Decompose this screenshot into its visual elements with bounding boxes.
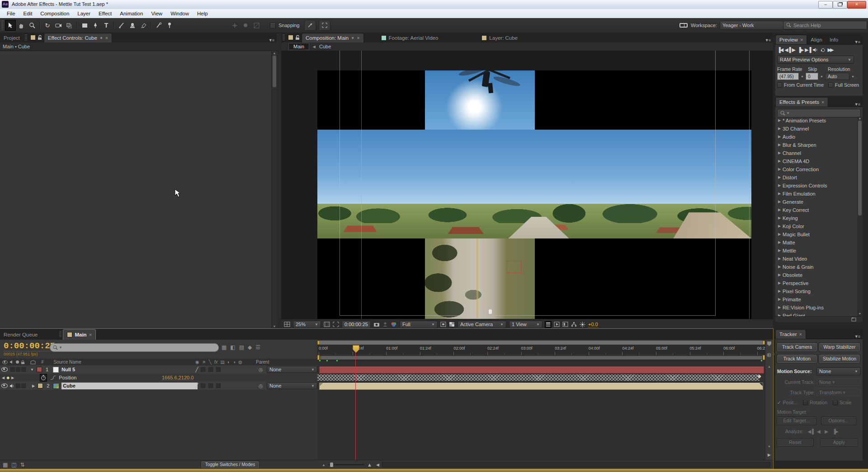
scrollbar-thumb[interactable]	[858, 121, 862, 215]
scroll-right-icon[interactable]: ▶	[765, 453, 773, 457]
snapping-checkbox[interactable]	[270, 23, 276, 28]
effects-category-row[interactable]: ▶Color Correction	[776, 165, 858, 173]
expand-triangle-icon[interactable]: ▶	[776, 216, 783, 220]
effects-category-row[interactable]: ▶Obsolete	[776, 271, 858, 279]
time-ruler[interactable]: 0:00f00:24f01:00f01:24f02:00f02:24f03:00…	[317, 345, 765, 355]
frame-rate-value[interactable]: (47.95)	[777, 73, 799, 80]
tab-info[interactable]: Info	[826, 35, 842, 44]
comp-marker-bin-icon[interactable]	[766, 341, 772, 346]
warp-stabilizer-button[interactable]: Warp Stabilizer	[819, 343, 860, 351]
type-tool[interactable]: T	[101, 20, 112, 31]
effects-category-row[interactable]: ▶Keying	[776, 214, 858, 222]
lock-cell[interactable]	[21, 383, 26, 388]
expand-triangle-icon[interactable]: ▶	[776, 208, 783, 212]
layer-name-selected[interactable]: Cube	[61, 383, 198, 389]
effects-category-row[interactable]: ▶Primatte	[776, 295, 858, 304]
preview-resolution-value[interactable]: Auto	[825, 73, 849, 80]
pen-tool[interactable]	[90, 20, 101, 31]
effects-scrollbar[interactable]: ▲ ▼	[857, 117, 863, 316]
effects-category-row[interactable]: ▶Perspective	[776, 279, 858, 287]
audio-speaker-icon[interactable]	[9, 384, 14, 388]
workspace-dropdown[interactable]: Yeager - Work▼	[720, 21, 793, 30]
restore-button[interactable]	[833, 1, 847, 9]
layer-row-cube[interactable]: ▶ 2 Cube ╱ ◎ None▼	[0, 382, 317, 390]
tab-effects-presets[interactable]: Effects & Presets×	[775, 97, 828, 107]
col-source-name[interactable]: Source Name	[54, 360, 81, 365]
tab-composition-main[interactable]: Composition: Main ▼ ×	[302, 33, 364, 42]
panel-gripper[interactable]	[25, 34, 27, 41]
layer-color-swatch[interactable]	[38, 383, 43, 388]
track-motion-button[interactable]: Track Motion	[777, 355, 817, 363]
selection-tool[interactable]	[5, 20, 16, 31]
switch-cell[interactable]	[216, 383, 221, 388]
tab-timeline-main[interactable]: Main ×	[63, 329, 96, 340]
effects-category-row[interactable]: ▶Key Correct	[776, 206, 858, 214]
full-screen-checkbox[interactable]	[828, 83, 833, 88]
tab-close-icon[interactable]: ×	[105, 35, 108, 41]
next-frame-button[interactable]: ▐▶	[797, 47, 803, 53]
collapse-triangle-icon[interactable]: ▶	[32, 384, 35, 388]
expand-triangle-icon[interactable]: ▶	[776, 175, 783, 179]
expand-triangle-icon[interactable]: ▶	[776, 126, 783, 131]
comp-label-swatch[interactable]	[288, 35, 293, 40]
menu-file[interactable]: File	[3, 11, 19, 16]
effects-category-row[interactable]: ▶Blur & Sharpen	[776, 141, 858, 149]
menu-window[interactable]: Window	[166, 11, 193, 16]
view-layout-dropdown[interactable]: 1 View▼	[509, 321, 542, 328]
tab-render-queue[interactable]: Render Queue	[0, 330, 41, 340]
shape-tool[interactable]	[79, 20, 90, 31]
timeline-graph-area[interactable]: 0:00f00:24f01:00f01:24f02:00f02:24f03:00…	[317, 340, 765, 460]
target-region-icon[interactable]	[440, 322, 446, 327]
expand-triangle-icon[interactable]: ▶	[776, 224, 783, 228]
menu-edit[interactable]: Edit	[19, 11, 37, 16]
time-navigator-bar[interactable]	[317, 341, 765, 345]
reset-exposure-icon[interactable]	[562, 322, 568, 327]
tab-preview[interactable]: Preview×	[775, 35, 807, 44]
tab-dropdown-icon[interactable]: ▼	[351, 36, 354, 40]
close-button[interactable]: ×	[847, 1, 866, 9]
roto-brush-tool[interactable]	[153, 20, 164, 31]
audio-cell[interactable]	[10, 367, 15, 372]
tab-project[interactable]: Project	[0, 33, 24, 42]
lock-cell[interactable]	[21, 367, 26, 372]
property-row-position[interactable]: ◀ ◆ ▶ Position 1665.6,2120.0	[0, 374, 317, 382]
snapshot-camera-icon[interactable]	[373, 322, 380, 327]
resolution-dropdown[interactable]: Full▼	[400, 321, 438, 328]
chevron-down-icon[interactable]: ▼	[851, 75, 854, 78]
menu-animation[interactable]: Animation	[116, 11, 147, 16]
timeline-search-input[interactable]: ▼	[50, 343, 219, 352]
expand-triangle-icon[interactable]: ▶	[776, 159, 783, 163]
col-number[interactable]: #	[41, 360, 44, 365]
eraser-tool[interactable]	[138, 20, 149, 31]
pan-behind-tool[interactable]	[64, 20, 75, 31]
tab-close-icon[interactable]: ×	[357, 35, 359, 41]
effect-controls-scrollbar[interactable]: ▲ ▼	[271, 51, 277, 329]
solo-cell[interactable]	[16, 367, 20, 372]
switch-cell[interactable]	[201, 367, 205, 372]
menu-help[interactable]: Help	[193, 11, 212, 16]
timeline-scroll-column[interactable]: ▲ ▼ ▶	[765, 340, 773, 460]
breadcrumb-layer[interactable]: Cube	[319, 44, 331, 49]
switch-cell[interactable]	[208, 383, 213, 388]
camera-tool[interactable]	[53, 20, 64, 31]
parent-dropdown-cube[interactable]: None▼	[267, 382, 317, 389]
layer-bar-null5[interactable]	[319, 366, 764, 374]
current-timecode[interactable]: 0:00:00:25	[4, 341, 55, 351]
zoom-in-mountain-icon[interactable]: ▲	[367, 462, 372, 467]
menu-effect[interactable]: Effect	[94, 11, 116, 16]
effects-category-row[interactable]: ▶Red Giant	[776, 312, 858, 316]
hand-tool[interactable]	[16, 20, 27, 31]
exposure-icon[interactable]	[580, 322, 585, 327]
layer-bar-cube[interactable]	[319, 383, 763, 390]
tab-align[interactable]: Align	[807, 35, 826, 44]
expand-triangle-icon[interactable]: ▶	[776, 143, 783, 147]
keyframe-diamond-icon[interactable]: ◆	[6, 375, 9, 380]
comp-timecode[interactable]: 0:00:00:25	[342, 321, 371, 328]
expand-triangle-icon[interactable]: ▼	[30, 368, 34, 372]
switch-cell[interactable]	[201, 383, 205, 388]
expand-triangle-icon[interactable]: ▶	[776, 281, 783, 285]
tab-close-icon[interactable]: ×	[799, 332, 802, 337]
effects-category-row[interactable]: ▶3D Channel	[776, 125, 858, 133]
layer-name[interactable]: Null 5	[61, 367, 75, 372]
work-area-bar[interactable]	[317, 355, 765, 360]
